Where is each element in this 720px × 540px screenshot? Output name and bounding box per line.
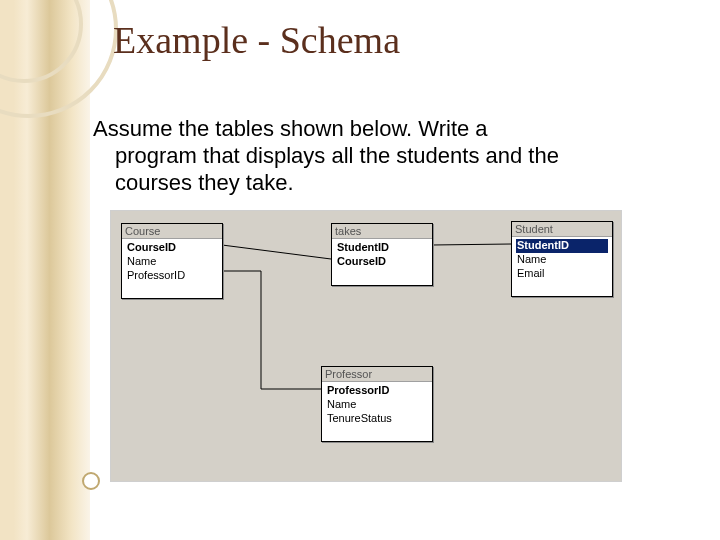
- slide-body-text: Assume the tables shown below. Write a p…: [93, 116, 653, 196]
- field: Email: [516, 267, 608, 281]
- field: ProfessorID: [126, 269, 218, 283]
- table-course: Course CourseID Name ProfessorID: [121, 223, 223, 299]
- table-professor: Professor ProfessorID Name TenureStatus: [321, 366, 433, 442]
- schema-diagram: Course CourseID Name ProfessorID takes S…: [110, 210, 622, 482]
- field: Name: [516, 253, 608, 267]
- table-title: takes: [332, 224, 432, 239]
- field: TenureStatus: [326, 412, 428, 426]
- table-takes: takes StudentID CourseID: [331, 223, 433, 286]
- table-title: Professor: [322, 367, 432, 382]
- table-title: Student: [512, 222, 612, 237]
- field: Name: [126, 255, 218, 269]
- svg-line-1: [432, 244, 511, 245]
- field-pk: CourseID: [126, 241, 218, 255]
- body-line: program that displays all the students a…: [93, 143, 653, 170]
- field: Name: [326, 398, 428, 412]
- field-pk: ProfessorID: [326, 384, 428, 398]
- field-pk: StudentID: [336, 241, 428, 255]
- field-pk-selected: StudentID: [516, 239, 608, 253]
- decorative-bullet-ring: [82, 472, 100, 490]
- body-line: Assume the tables shown below. Write a: [93, 116, 488, 141]
- field-pk: CourseID: [336, 255, 428, 269]
- table-title: Course: [122, 224, 222, 239]
- slide-title: Example - Schema: [113, 18, 400, 62]
- body-line: courses they take.: [93, 170, 653, 197]
- table-student: Student StudentID Name Email: [511, 221, 613, 297]
- svg-line-0: [222, 245, 331, 259]
